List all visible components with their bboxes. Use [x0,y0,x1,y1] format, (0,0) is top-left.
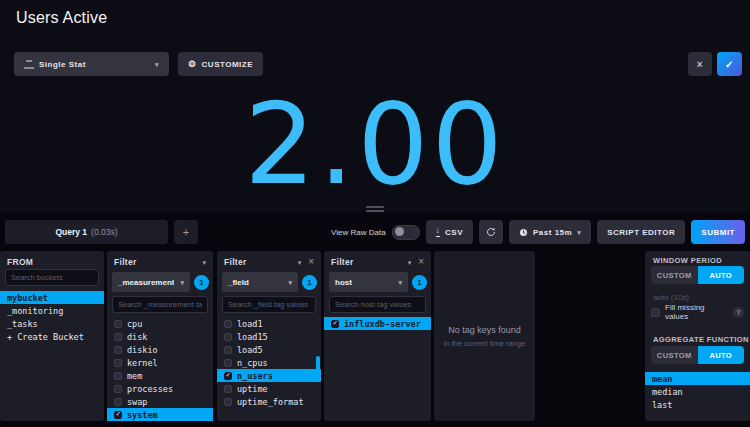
view-raw-data-toggle[interactable] [392,225,420,240]
view-raw-data-label: View Raw Data [331,228,386,237]
tag-key-dropdown[interactable]: _measurement ▾ [112,272,190,292]
checkbox[interactable] [224,385,232,393]
submit-label: SUBMIT [701,228,735,237]
tag-value-list: load1 load15 load5 n_cpus n_users uptime… [217,317,321,408]
cell-editor-screen: Users Active Single Stat ▾ ⚙ CUSTOMIZE ×… [0,0,750,427]
editor-actions: × ✓ [688,52,742,76]
save-cell-button[interactable]: ✓ [717,52,742,76]
tag-value-list: influxdb-server [324,317,431,330]
measurement-search-input[interactable] [112,296,208,313]
bucket-search-input[interactable] [5,269,99,286]
checkbox[interactable] [114,346,122,354]
tag-value-row-swap[interactable]: swap [107,395,213,408]
bucket-item-tasks[interactable]: _tasks [0,317,104,330]
filter-header[interactable]: Filter ▾ × [217,251,321,267]
fill-missing-values-checkbox[interactable] [651,308,660,317]
plus-icon: + [183,226,189,238]
resize-drag-handle[interactable] [366,206,384,214]
tag-value-row-system[interactable]: system [107,408,213,421]
check-icon: ✓ [725,59,734,70]
tag-key-dropdown[interactable]: host ▾ [329,272,408,292]
remove-filter-icon[interactable]: × [418,257,424,267]
checkbox[interactable] [224,333,232,341]
submit-button[interactable]: SUBMIT [691,220,745,244]
filter-panel-host: Filter ▾ × host ▾ 1 influxdb-server [324,251,431,421]
checkbox[interactable] [114,372,122,380]
tag-value-label: kernel [127,358,158,368]
query-builder: FROM mybucket _monitoring _tasks + Creat… [0,248,750,427]
window-period-custom-button[interactable]: CUSTOM [651,266,698,284]
bucket-item-mybucket[interactable]: mybucket [0,291,104,304]
tag-value-label: system [127,410,158,420]
fill-missing-values-label: Fill missing values [665,303,728,321]
checkbox-checked[interactable] [114,411,122,419]
field-search-input[interactable] [222,296,316,313]
checkbox[interactable] [224,320,232,328]
scrollbar-thumb[interactable] [316,356,320,378]
tag-value-row-load15[interactable]: load15 [217,330,321,343]
checkbox-checked[interactable] [331,320,339,328]
checkbox[interactable] [114,320,122,328]
tag-value-row-disk[interactable]: disk [107,330,213,343]
download-icon: ↓ [436,227,441,237]
bucket-label: mybucket [7,293,48,303]
tag-value-row-nusers[interactable]: n_users [217,369,321,382]
csv-download-button[interactable]: ↓ CSV [426,220,473,244]
bucket-label: _monitoring [7,306,63,316]
tag-value-label: n_users [237,371,273,381]
tag-key-dropdown[interactable]: _field ▾ [222,272,298,292]
filter-header[interactable]: Filter ▾ × [324,251,431,267]
page-title: Users Active [16,9,107,27]
aggregate-custom-button[interactable]: CUSTOM [651,346,698,364]
bucket-item-monitoring[interactable]: _monitoring [0,304,104,317]
tag-value-label: processes [127,384,173,394]
tag-value-row-load1[interactable]: load1 [217,317,321,330]
tag-value-label: uptime_format [237,397,304,407]
tag-value-row-influxdb-server[interactable]: influxdb-server [324,317,431,330]
create-bucket-button[interactable]: + Create Bucket [0,330,104,343]
checkbox[interactable] [114,359,122,367]
viz-type-dropdown[interactable]: Single Stat ▾ [14,52,169,76]
tag-value-row-kernel[interactable]: kernel [107,356,213,369]
tag-value-row-cpu[interactable]: cpu [107,317,213,330]
customize-label: CUSTOMIZE [202,60,253,69]
cancel-button[interactable]: × [688,52,712,76]
host-search-input[interactable] [329,296,426,313]
filter-label: Filter [114,257,137,267]
chevron-down-icon: ▾ [394,279,402,286]
tag-value-row-uptime[interactable]: uptime [217,382,321,395]
tag-value-row-uptimeformat[interactable]: uptime_format [217,395,321,408]
window-period-auto-button[interactable]: AUTO [698,266,745,284]
aggregate-item-mean[interactable]: mean [645,372,750,385]
remove-filter-icon[interactable]: × [308,257,314,267]
tag-value-row-ncpus[interactable]: n_cpus [217,356,321,369]
help-icon[interactable]: ? [733,307,744,318]
chevron-down-icon: ▾ [577,229,581,236]
script-editor-button[interactable]: SCRIPT EDITOR [597,220,685,244]
checkbox-checked[interactable] [224,372,232,380]
tag-value-row-mem[interactable]: mem [107,369,213,382]
checkbox[interactable] [114,398,122,406]
tag-value-row-load5[interactable]: load5 [217,343,321,356]
tag-value-row-processes[interactable]: processes [107,382,213,395]
query-tab[interactable]: Query 1 (0.03s) [5,220,168,244]
checkbox[interactable] [224,346,232,354]
filter-header[interactable]: Filter ▾ [107,251,213,267]
checkbox[interactable] [114,333,122,341]
add-query-button[interactable]: + [174,220,198,244]
chevron-down-icon: ▾ [298,259,302,266]
time-range-dropdown[interactable]: Past 15m ▾ [509,220,591,244]
chevron-down-icon: ▾ [284,279,292,286]
checkbox[interactable] [114,385,122,393]
refresh-button[interactable] [479,220,503,244]
aggregate-auto-button[interactable]: AUTO [698,346,745,364]
tag-value-label: load15 [237,332,268,342]
customize-button[interactable]: ⚙ CUSTOMIZE [178,52,263,76]
checkbox[interactable] [224,398,232,406]
tag-key-label: _measurement [118,278,174,287]
checkbox[interactable] [224,359,232,367]
tag-value-row-diskio[interactable]: diskio [107,343,213,356]
empty-tag-keys-panel: No tag keys found in the current time ra… [434,251,535,421]
aggregate-item-last[interactable]: last [645,398,750,411]
aggregate-item-median[interactable]: median [645,385,750,398]
